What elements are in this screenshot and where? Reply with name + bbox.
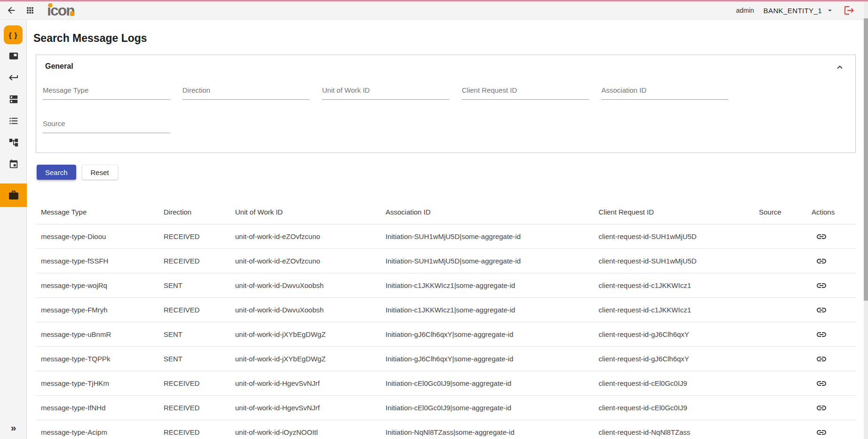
logout-icon	[844, 5, 855, 16]
view-link-button[interactable]	[812, 329, 827, 340]
cell-message-type: message-type-uBnmR	[36, 330, 164, 338]
top-accent-line	[0, 0, 868, 1]
cell-actions	[812, 304, 856, 316]
link-icon	[816, 280, 827, 291]
dns-server-icon	[8, 94, 19, 104]
source-input[interactable]	[43, 119, 170, 133]
results-table: Message Type Direction Unit of Work ID A…	[36, 200, 856, 439]
cell-association-id: Initiation-NqNl8TZass|some-aggregate-id	[386, 428, 599, 436]
cell-association-id: Initiation-c1JKKWIcz1|some-aggregate-id	[386, 306, 599, 314]
col-header-message-type: Message Type	[36, 208, 164, 216]
cell-message-type: message-type-IfNHd	[36, 404, 164, 412]
unit-of-work-id-input[interactable]	[322, 86, 449, 100]
logo-accent-dot	[48, 3, 52, 7]
table-row: message-type-Dioou RECEIVED unit-of-work…	[36, 224, 856, 249]
entity-selector[interactable]: BANK_ENTITY_1	[764, 6, 834, 15]
cell-actions	[812, 255, 856, 267]
card-panel-icon	[8, 51, 19, 61]
cell-direction: RECEIVED	[164, 306, 235, 314]
view-link-button[interactable]	[812, 378, 827, 389]
page-title: Search Message Logs	[33, 32, 868, 45]
collapse-panel-button[interactable]	[835, 62, 845, 74]
cell-direction: RECEIVED	[164, 404, 235, 412]
cell-message-type: message-type-Acipm	[36, 428, 164, 436]
topbar-right: admin BANK_ENTITY_1	[736, 5, 855, 16]
filter-actions: Search Reset	[37, 165, 868, 180]
cell-message-type: message-type-fSSFH	[36, 257, 164, 265]
cell-association-id: Initiation-gJ6Clh6qxY|some-aggregate-id	[386, 355, 599, 363]
briefcase-icon	[8, 190, 19, 201]
view-link-button[interactable]	[812, 231, 827, 242]
link-icon	[816, 231, 827, 242]
logout-button[interactable]	[844, 5, 855, 16]
view-link-button[interactable]	[812, 402, 827, 414]
cell-client-request-id: client-request-id-gJ6Clh6qxY	[599, 330, 759, 338]
sidebar-item-code-module[interactable]: { }	[4, 25, 23, 44]
topbar: icon admin BANK_ENTITY_1	[0, 1, 868, 20]
cell-actions	[812, 378, 856, 389]
col-header-association-id: Association ID	[386, 208, 599, 216]
apps-grid-icon	[25, 6, 35, 15]
entity-name: BANK_ENTITY_1	[764, 7, 822, 15]
view-link-button[interactable]	[812, 353, 827, 365]
cell-client-request-id: client-request-id-SUH1wMjU5D	[599, 257, 759, 265]
code-braces-icon: { }	[9, 31, 18, 39]
apps-grid-button[interactable]	[24, 5, 36, 16]
double-chevron-right-icon: »	[11, 422, 16, 433]
cell-direction: RECEIVED	[164, 232, 235, 240]
sidebar-item-tree[interactable]	[0, 132, 27, 153]
filter-panel: General	[36, 55, 856, 153]
sidebar-item-servers[interactable]	[0, 88, 27, 110]
link-icon	[816, 304, 827, 316]
message-type-input[interactable]	[43, 86, 170, 100]
link-icon	[816, 255, 827, 267]
vertical-scrollbar[interactable]	[864, 1, 868, 439]
keyboard-return-icon	[8, 72, 19, 83]
cell-unit-of-work-id: unit-of-work-id-DwvuXoobsh	[235, 306, 386, 314]
col-header-direction: Direction	[164, 208, 235, 216]
cell-unit-of-work-id: unit-of-work-id-HgevSvNJrf	[235, 379, 386, 387]
table-row: message-type-TQPPk SENT unit-of-work-id-…	[36, 347, 856, 371]
sidebar-item-message-logs[interactable]	[0, 184, 27, 207]
view-link-button[interactable]	[812, 304, 827, 316]
cell-unit-of-work-id: unit-of-work-id-jXYbEgDWgZ	[235, 330, 386, 338]
sidebar-item-cards[interactable]	[0, 45, 27, 67]
cell-message-type: message-type-wojRq	[36, 281, 164, 289]
direction-input[interactable]	[182, 86, 309, 100]
cell-association-id: Initiation-gJ6Clh6qxY|some-aggregate-id	[386, 330, 599, 338]
sidebar-item-list[interactable]	[0, 110, 27, 132]
scrollbar-thumb[interactable]	[864, 18, 868, 301]
search-button[interactable]: Search	[37, 165, 76, 180]
calendar-icon	[8, 159, 19, 169]
association-id-input[interactable]	[601, 86, 728, 100]
cell-message-type: message-type-TQPPk	[36, 355, 164, 363]
reset-button[interactable]: Reset	[82, 165, 118, 180]
filter-panel-header[interactable]: General	[43, 62, 846, 71]
filter-panel-title: General	[45, 62, 73, 71]
view-link-button[interactable]	[812, 255, 827, 267]
cell-association-id: Initiation-SUH1wMjU5D|some-aggregate-id	[386, 257, 599, 265]
view-link-button[interactable]	[812, 427, 827, 438]
app-logo[interactable]: icon	[47, 2, 74, 18]
cell-direction: RECEIVED	[164, 257, 235, 265]
col-header-client-request-id: Client Request ID	[599, 208, 759, 216]
cell-unit-of-work-id: unit-of-work-id-eZOvfzcuno	[235, 257, 386, 265]
sidebar-item-return[interactable]	[0, 67, 27, 88]
main-content: Search Message Logs General Search Reset…	[27, 20, 868, 439]
cell-unit-of-work-id: unit-of-work-id-DwvuXoobsh	[235, 281, 386, 289]
cell-unit-of-work-id: unit-of-work-id-eZOvfzcuno	[235, 232, 386, 240]
table-row: message-type-IfNHd RECEIVED unit-of-work…	[36, 396, 856, 420]
cell-direction: SENT	[164, 355, 235, 363]
username-label: admin	[736, 7, 754, 14]
client-request-id-input[interactable]	[462, 86, 589, 100]
cell-direction: RECEIVED	[164, 379, 235, 387]
view-link-button[interactable]	[812, 280, 827, 291]
cell-client-request-id: client-request-id-NqNl8TZass	[599, 428, 759, 436]
arrow-back-icon	[6, 5, 16, 16]
back-button[interactable]	[6, 5, 17, 16]
cell-actions	[812, 329, 856, 340]
tree-icon	[8, 137, 19, 148]
cell-unit-of-work-id: unit-of-work-id-HgevSvNJrf	[235, 404, 386, 412]
sidebar-expand-button[interactable]: »	[0, 423, 27, 432]
sidebar-item-calendar[interactable]	[0, 153, 27, 175]
